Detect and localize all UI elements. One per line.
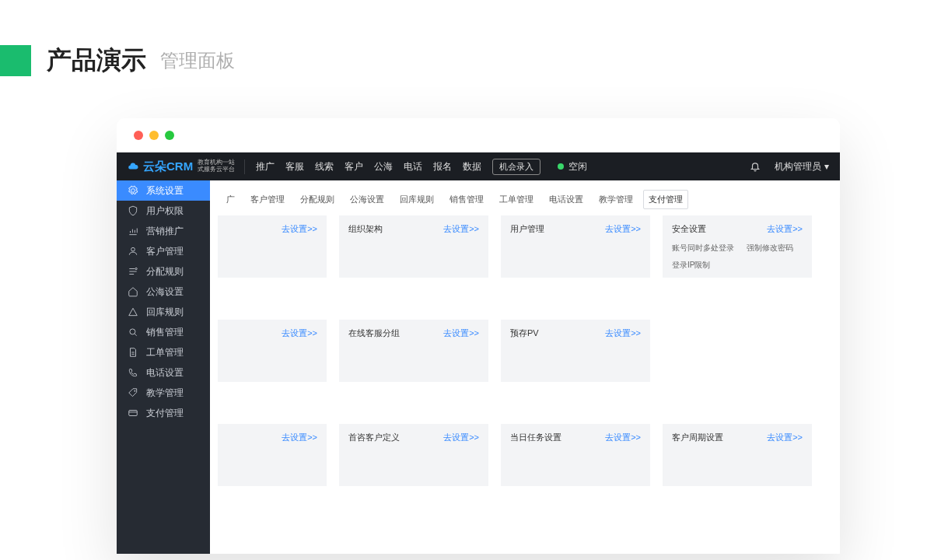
logo-brand: 云朵CRM [143,159,193,174]
tab[interactable]: 电话设置 [544,190,589,209]
top-nav-item[interactable]: 客户 [345,160,363,173]
card-title: 安全设置 [672,223,706,235]
card-title: 在线客服分组 [348,327,400,339]
app-window: 云朵CRM 教育机构一站 式服务云平台 推广客服线索客户公海电话报名数据 机会录… [117,118,840,554]
sidebar-item-label: 客户管理 [146,245,184,258]
sidebar-item-label: 教学管理 [146,387,184,400]
sidebar-item-label: 系统设置 [146,184,184,198]
tab[interactable]: 回库规则 [394,190,439,209]
settings-card: 去设置>> [218,320,327,382]
go-settings-link[interactable]: 去设置>> [605,223,641,235]
settings-card: 安全设置去设置>>账号同时多处登录强制修改密码登录IP限制 [663,215,812,278]
sidebar-item-triangle[interactable]: 回库规则 [117,302,210,322]
house-icon [128,286,138,297]
sidebar-item-label: 支付管理 [146,407,184,420]
top-nav-item[interactable]: 报名 [433,160,452,173]
top-nav-item[interactable]: 推广 [256,160,275,173]
card-icon [128,408,138,418]
sidebar-item-person[interactable]: 客户管理 [117,241,210,261]
doc-icon [128,347,138,358]
status-indicator[interactable]: 空闲 [558,160,587,173]
go-settings-link[interactable]: 去设置>> [443,432,479,443]
window-controls [117,118,840,152]
card-title: 客户周期设置 [672,432,723,443]
triangle-icon [128,306,138,317]
go-settings-link[interactable]: 去设置>> [282,223,317,235]
card-body-item: 强制修改密码 [747,243,793,254]
bell-icon[interactable] [750,161,761,172]
tag-icon [128,387,138,398]
rule-icon [128,266,138,277]
sidebar-item-doc[interactable]: 工单管理 [117,342,210,362]
sidebar-item-label: 分配规则 [146,265,184,278]
sidebar-item-search[interactable]: 销售管理 [117,322,210,342]
card-title: 当日任务设置 [510,432,561,443]
search-icon [128,327,138,338]
sidebar-item-label: 用户权限 [146,205,184,218]
go-settings-link[interactable]: 去设置>> [605,432,641,443]
go-settings-link[interactable]: 去设置>> [767,223,803,235]
tab[interactable]: 客户管理 [245,190,290,209]
svg-point-1 [130,329,135,334]
page-title: 产品演示 [47,44,146,78]
settings-card: 去设置>> [218,215,327,278]
sidebar-item-house[interactable]: 公海设置 [117,282,210,302]
top-nav-item[interactable]: 客服 [285,160,304,173]
go-settings-link[interactable]: 去设置>> [282,327,317,339]
sidebar-item-phone[interactable]: 电话设置 [117,362,210,383]
cards-area: 去设置>>组织架构去设置>>用户管理去设置>>安全设置去设置>>账号同时多处登录… [210,215,840,486]
logo[interactable]: 云朵CRM 教育机构一站 式服务云平台 [128,159,245,174]
chevron-down-icon: ▾ [824,161,829,172]
go-settings-link[interactable]: 去设置>> [443,223,479,235]
tab[interactable]: 支付管理 [643,190,688,209]
tab[interactable]: 公海设置 [345,190,390,209]
cloud-icon [128,161,138,172]
settings-card: 去设置>> [218,424,327,486]
top-nav-item[interactable]: 公海 [374,160,393,173]
tab[interactable]: 销售管理 [444,190,489,209]
top-nav-item[interactable]: 线索 [315,160,334,173]
maximize-icon[interactable] [165,131,174,140]
close-icon[interactable] [134,131,143,140]
phone-icon [128,367,138,378]
tab[interactable]: 分配规则 [295,190,340,209]
sidebar-item-tag[interactable]: 教学管理 [117,383,210,403]
settings-card: 用户管理去设置>> [501,215,650,278]
card-body-item: 账号同时多处登录 [672,243,734,254]
tab[interactable]: 教学管理 [593,190,638,209]
person-icon [128,246,138,257]
tab[interactable]: 广 [221,190,240,209]
go-settings-link[interactable]: 去设置>> [767,432,803,443]
svg-point-0 [135,268,137,269]
settings-card: 当日任务设置去设置>> [501,424,650,486]
card-body-item: 登录IP限制 [672,260,710,271]
go-settings-link[interactable]: 去设置>> [605,327,641,339]
shield-icon [128,205,138,216]
tabs: 广客户管理分配规则公海设置回库规则销售管理工单管理电话设置教学管理支付管理 [210,180,840,215]
sidebar-item-stats[interactable]: 营销推广 [117,221,210,241]
sidebar-item-label: 工单管理 [146,346,184,359]
content: 广客户管理分配规则公海设置回库规则销售管理工单管理电话设置教学管理支付管理 去设… [210,180,840,554]
status-label: 空闲 [568,160,587,173]
settings-card: 组织架构去设置>> [339,215,488,278]
go-settings-link[interactable]: 去设置>> [282,432,317,443]
sidebar-item-card[interactable]: 支付管理 [117,403,210,423]
sidebar-item-rule[interactable]: 分配规则 [117,261,210,282]
go-settings-link[interactable]: 去设置>> [443,327,479,339]
user-menu[interactable]: 机构管理员 ▾ [775,160,829,173]
sidebar-item-shield[interactable]: 用户权限 [117,201,210,221]
record-button[interactable]: 机会录入 [492,159,540,175]
settings-card: 在线客服分组去设置>> [339,320,488,382]
sidebar-item-label: 销售管理 [146,326,184,339]
sidebar-item-label: 公海设置 [146,285,184,299]
minimize-icon[interactable] [149,131,159,140]
sidebar-item-settings[interactable]: 系统设置 [117,180,210,201]
top-nav-item[interactable]: 数据 [463,160,481,173]
tab[interactable]: 工单管理 [494,190,539,209]
settings-card: 客户周期设置去设置>> [663,424,812,486]
top-nav: 推广客服线索客户公海电话报名数据 [256,160,481,173]
top-nav-item[interactable]: 电话 [404,160,422,173]
logo-tagline: 教育机构一站 式服务云平台 [198,159,235,173]
card-title: 预存PV [510,327,539,339]
card-title: 首咨客户定义 [348,432,400,443]
